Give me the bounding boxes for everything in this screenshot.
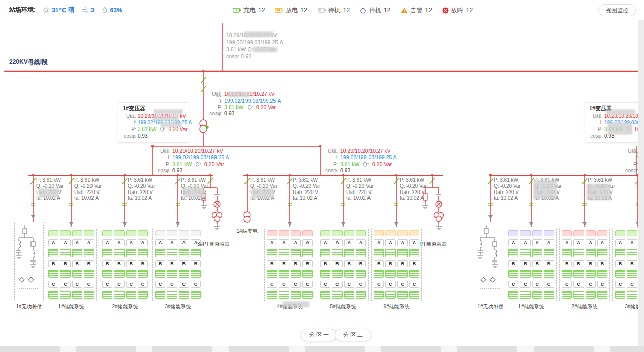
feeder-metric-p: P: 3.61 kW: [494, 177, 521, 183]
status-cell: [344, 230, 354, 236]
storage-system-box[interactable]: ABCABCABCABC: [100, 228, 150, 301]
compensation-label: 1#无功补偿: [477, 303, 503, 310]
battery-icon: [332, 270, 342, 278]
cluster-cell: C: [102, 281, 112, 288]
cluster-cell: C: [279, 281, 289, 288]
battery-icon: [279, 291, 289, 299]
battery-icon: [320, 249, 330, 257]
feeder-metric-ia: Ia: 10.02 A: [400, 195, 427, 201]
status-cell: [167, 230, 177, 236]
battery-icon: [179, 291, 189, 299]
battery-column: ABC: [597, 230, 607, 299]
battery-icon: [532, 249, 542, 257]
badge-count: 12: [258, 7, 265, 14]
weather-value: 晴: [68, 6, 74, 14]
zone-two-button[interactable]: 分区二: [335, 329, 371, 341]
status-cell: [508, 230, 518, 236]
badge-alarm[interactable]: 告警 12: [401, 6, 432, 15]
storage-system-box[interactable]: ABCABCABCABC: [46, 228, 97, 301]
battery-icon: [84, 270, 94, 278]
storage-system-box[interactable]: ABCABCABCABC: [506, 228, 557, 301]
cluster-cell: B: [114, 260, 124, 267]
cluster-cell: A: [267, 239, 277, 246]
status-cell: [102, 230, 112, 236]
redaction-blur: [253, 47, 277, 52]
battery-column: ABC: [520, 230, 530, 299]
badge-fault[interactable]: 故障 12: [442, 6, 473, 15]
storage-system-box[interactable]: ABCABCABCABC: [264, 228, 315, 301]
cluster-cell: A: [627, 239, 637, 246]
i-value: 199.02/199.03/199.25 A: [224, 98, 281, 104]
line-metrics-block: U线:10.29/10.20/10.27 kVI:199.02/199.03/1…: [156, 148, 229, 174]
badge-count: 12: [425, 7, 432, 14]
i-label: I:: [156, 154, 171, 161]
status-cell: [279, 230, 289, 236]
badge-standby[interactable]: 待机 12: [318, 6, 350, 15]
storage-system-box[interactable]: ABCABCABCABC: [371, 228, 422, 301]
cluster-cell: A: [562, 239, 572, 246]
battery-icon: [60, 249, 70, 257]
battery-icon: [586, 291, 596, 299]
view-monitor-button[interactable]: 视图监控: [598, 4, 636, 16]
cluster-cell: B: [397, 260, 408, 267]
line-metrics-block: U线:10.29/10.20/10.27 kVI:199.02/199.03/1…: [623, 148, 638, 174]
battery-icon: [562, 249, 572, 257]
battery-icon: [84, 249, 94, 257]
horizontal-scrollbar[interactable]: [0, 346, 644, 352]
cluster-cell: C: [320, 281, 330, 288]
cluster-cell: B: [532, 260, 542, 267]
feeder-metric-ia: Ia: 10.02 A: [346, 195, 374, 201]
battery-icon: [126, 249, 136, 257]
q-value: -0.20 Var: [255, 104, 276, 110]
storage-system-box[interactable]: ABCABCABCABC: [318, 228, 369, 301]
weather-temperature: 31℃ 晴: [43, 6, 74, 14]
battery-column: ABC: [279, 230, 289, 299]
p-label: P:: [623, 161, 638, 168]
p-label: P:: [122, 126, 136, 133]
cluster-cell: C: [586, 281, 596, 288]
badge-charging[interactable]: 充电 12: [233, 6, 265, 15]
cos-label: cosφ:: [122, 133, 136, 139]
battery-column: ABC: [114, 230, 124, 299]
cluster-cell: A: [102, 239, 112, 246]
battery-column: ABC: [302, 230, 313, 299]
battery-column: ABC: [320, 230, 330, 299]
storage-system-box[interactable]: ABCABCABCABC: [612, 228, 638, 301]
q-label: Q:: [363, 161, 369, 167]
cluster-cell: C: [508, 281, 518, 288]
battery-icon: [191, 249, 201, 257]
battery-icon: [332, 249, 342, 257]
battery-icon: [356, 270, 366, 278]
cluster-cell: A: [126, 239, 136, 246]
badge-count: 12: [343, 7, 350, 14]
incoming-cos: cosφ: 0.93: [226, 53, 283, 60]
cluster-cell: B: [332, 260, 342, 267]
reactive-compensation-box[interactable]: [14, 222, 44, 301]
redaction-blur: [244, 31, 273, 37]
badge-discharging[interactable]: 放电 12: [275, 6, 307, 15]
storage-system-box[interactable]: ABCABCABCABC: [559, 228, 610, 301]
badge-count: 12: [466, 7, 473, 14]
cluster-cell: A: [167, 239, 177, 246]
cluster-cell: C: [344, 281, 354, 288]
battery-icon: [544, 291, 554, 299]
battery-icon: [267, 249, 277, 257]
feeder-metric-p: P: 3.61 kW: [588, 177, 615, 183]
q-label: Q:: [196, 161, 201, 167]
battery-icon: [385, 249, 395, 257]
feeder-metric-p: P: 3.61 kW: [128, 177, 155, 183]
battery-icon: [627, 291, 637, 299]
cluster-cell: A: [573, 239, 584, 246]
battery-icon: [356, 291, 366, 299]
cluster-cell: B: [356, 260, 366, 267]
reactive-compensation-box[interactable]: [476, 222, 505, 301]
badge-stopped[interactable]: 停机 12: [360, 6, 390, 15]
cluster-cell: A: [84, 239, 94, 246]
battery-icon: [409, 249, 419, 257]
zone-one-button[interactable]: 分区一: [301, 329, 337, 341]
storage-system-box[interactable]: ABCABCABCABC: [152, 228, 203, 301]
battery-column: ABC: [332, 230, 342, 299]
cluster-cell: B: [385, 260, 395, 267]
status-cell: [627, 230, 637, 236]
redaction-blur: [587, 184, 611, 200]
